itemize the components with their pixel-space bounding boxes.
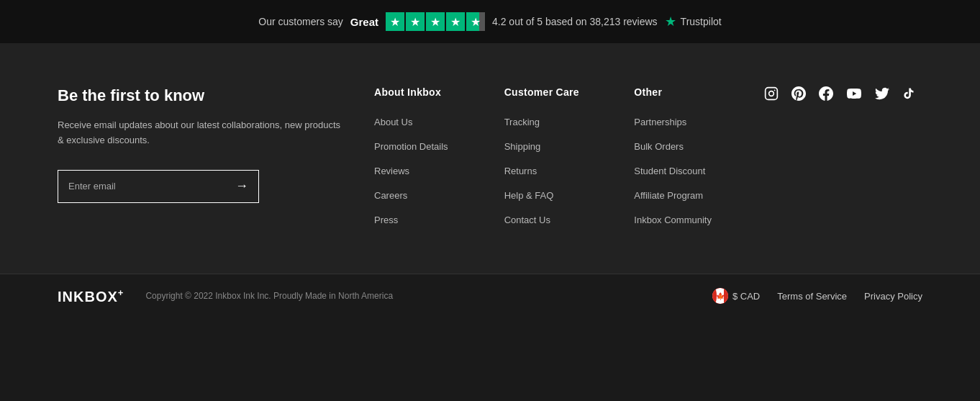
inkbox-logo-text: INKBOX [58, 289, 118, 305]
tiktok-icon[interactable] [902, 86, 915, 104]
terms-of-service-link[interactable]: Terms of Service [777, 291, 847, 302]
other-title: Other [634, 86, 735, 98]
pinterest-icon[interactable] [791, 86, 806, 104]
svg-rect-0 [766, 88, 778, 100]
social-column [764, 86, 922, 238]
reviews-link[interactable]: Reviews [374, 166, 409, 176]
partnerships-link[interactable]: Partnerships [634, 117, 686, 127]
list-item: Returns [504, 164, 605, 177]
list-item: Bulk Orders [634, 140, 735, 153]
list-item: Contact Us [504, 213, 605, 226]
privacy-policy-link[interactable]: Privacy Policy [864, 291, 922, 302]
social-icons [764, 86, 922, 104]
affiliate-program-link[interactable]: Affiliate Program [634, 190, 703, 201]
list-item: Shipping [504, 140, 605, 153]
svg-point-1 [769, 91, 774, 96]
other-links: Partnerships Bulk Orders Student Discoun… [634, 115, 735, 238]
list-item: Student Discount [634, 164, 735, 177]
footer-col-about-inkbox: About Inkbox About Us Promotion Details … [374, 86, 475, 238]
tracking-link[interactable]: Tracking [504, 117, 540, 127]
customer-care-links: Tracking Shipping Returns Help & FAQ Con… [504, 115, 605, 238]
list-item: Affiliate Program [634, 189, 735, 202]
youtube-icon[interactable] [846, 86, 862, 104]
star-4: ★ [446, 12, 465, 31]
list-item: Promotion Details [374, 140, 475, 153]
canada-flag-icon: 🍁 [712, 288, 728, 304]
currency-selector[interactable]: 🍁 $ CAD [712, 288, 760, 304]
list-item: About Us [374, 115, 475, 128]
trustpilot-star-icon: ★ [665, 14, 676, 30]
list-item: Inkbox Community [634, 213, 735, 226]
newsletter-section: Be the first to know Receive email updat… [58, 86, 345, 238]
trustpilot-brand: Trustpilot [681, 16, 722, 27]
bottom-left: INKBOX+ Copyright © 2022 Inkbox Ink Inc.… [58, 287, 393, 305]
facebook-icon[interactable] [819, 86, 833, 104]
star-5: ★ [466, 12, 485, 31]
newsletter-description: Receive email updates about our latest c… [58, 118, 345, 148]
trustpilot-bar: Our customers say Great ★ ★ ★ ★ ★ 4.2 ou… [0, 0, 980, 43]
returns-link[interactable]: Returns [504, 166, 537, 176]
list-item: Partnerships [634, 115, 735, 128]
star-rating: ★ ★ ★ ★ ★ [386, 12, 485, 31]
inkbox-plus: + [118, 287, 124, 298]
bulk-orders-link[interactable]: Bulk Orders [634, 141, 684, 152]
list-item: Careers [374, 189, 475, 202]
svg-point-2 [774, 90, 776, 91]
footer-bottom: INKBOX+ Copyright © 2022 Inkbox Ink Inc.… [0, 274, 980, 318]
promotion-details-link[interactable]: Promotion Details [374, 141, 448, 152]
about-inkbox-title: About Inkbox [374, 86, 475, 98]
star-1: ★ [386, 12, 404, 31]
help-faq-link[interactable]: Help & FAQ [504, 190, 554, 201]
footer-col-customer-care: Customer Care Tracking Shipping Returns … [504, 86, 605, 238]
list-item: Press [374, 213, 475, 226]
email-form[interactable]: → [58, 170, 259, 203]
instagram-icon[interactable] [764, 86, 779, 104]
email-submit-button[interactable]: → [225, 171, 258, 202]
student-discount-link[interactable]: Student Discount [634, 166, 705, 176]
star-3: ★ [426, 12, 445, 31]
customer-care-title: Customer Care [504, 86, 605, 98]
press-link[interactable]: Press [374, 215, 398, 225]
star-2: ★ [406, 12, 425, 31]
newsletter-title: Be the first to know [58, 86, 345, 105]
about-inkbox-links: About Us Promotion Details Reviews Caree… [374, 115, 475, 238]
inkbox-logo: INKBOX+ [58, 287, 124, 305]
bottom-right: 🍁 $ CAD Terms of Service Privacy Policy [712, 288, 922, 304]
copyright-text: Copyright © 2022 Inkbox Ink Inc. Proudly… [145, 291, 393, 301]
twitter-icon[interactable] [875, 86, 889, 104]
trustpilot-rating-text: 4.2 out of 5 based on 38,213 reviews [492, 16, 658, 27]
email-input[interactable] [58, 171, 225, 202]
contact-us-link[interactable]: Contact Us [504, 215, 550, 225]
list-item: Reviews [374, 164, 475, 177]
footer-columns: About Inkbox About Us Promotion Details … [374, 86, 922, 238]
trustpilot-prefix: Our customers say [258, 16, 342, 27]
shipping-link[interactable]: Shipping [504, 141, 541, 152]
about-us-link[interactable]: About Us [374, 117, 412, 127]
list-item: Tracking [504, 115, 605, 128]
footer-col-other: Other Partnerships Bulk Orders Student D… [634, 86, 735, 238]
trustpilot-rating-word: Great [350, 16, 378, 28]
inkbox-community-link[interactable]: Inkbox Community [634, 215, 712, 225]
list-item: Help & FAQ [504, 189, 605, 202]
currency-text: $ CAD [732, 291, 760, 302]
careers-link[interactable]: Careers [374, 190, 407, 201]
trustpilot-logo: ★ Trustpilot [665, 14, 722, 30]
footer-main: Be the first to know Receive email updat… [0, 43, 980, 274]
